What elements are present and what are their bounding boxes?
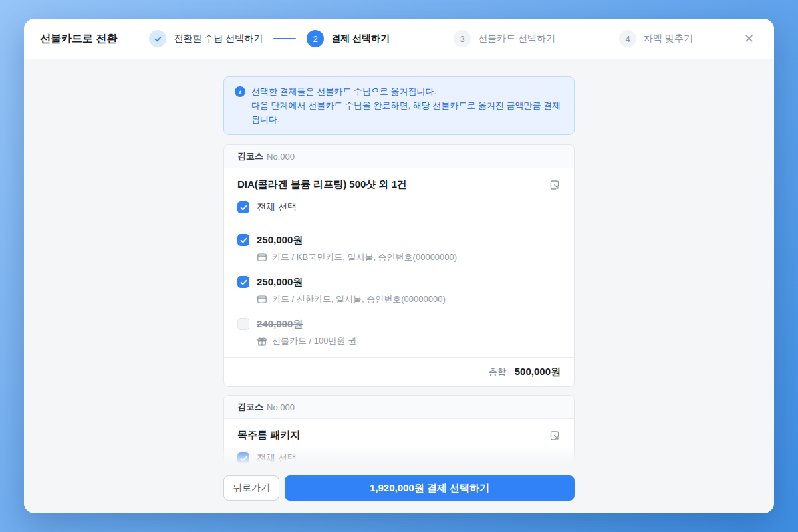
payment-method-text: 선불카드 / 100만원 권: [272, 335, 356, 347]
step-connector: [273, 38, 296, 39]
select-all-checkbox-checked[interactable]: [237, 201, 249, 213]
card-customer-header: 김코스 No.000: [224, 145, 574, 168]
modal-body: i 선택한 결제들은 선불카드 수납으로 옮겨집니다. 다음 단계에서 선불카드…: [24, 59, 774, 513]
customer-name: 김코스: [237, 150, 263, 162]
credit-card-icon: [257, 252, 267, 263]
submit-payment-button[interactable]: 1,920,000원 결제 선택하기: [285, 475, 575, 501]
prepaid-card-convert-modal: 선불카드로 전환 전환할 수납 선택하기2결제 선택하기3선불카드 선택하기4차…: [24, 19, 774, 513]
close-button[interactable]: ✕: [741, 30, 757, 47]
step-number: 2: [307, 30, 324, 47]
payment-list: 250,000원 카드 / KB국민카드, 일시불, 승인번호(00000000…: [224, 223, 574, 357]
step-connector: [566, 39, 608, 39]
gift-icon: [257, 336, 267, 346]
stepper-step-4: 4차액 맞추기: [619, 30, 693, 47]
product-row: 목주름 패키지: [224, 419, 574, 442]
customer-name: 김코스: [237, 401, 263, 413]
card-customer-header: 김코스 No.000: [224, 396, 574, 419]
total-amount: 500,000원: [515, 366, 561, 378]
open-receipt-icon[interactable]: [549, 179, 561, 191]
stepper-step-3: 3선불카드 선택하기: [454, 30, 555, 47]
payment-method-text: 카드 / 신한카드, 일시불, 승인번호(00000000): [272, 293, 446, 305]
payment-checkbox-checked[interactable]: [237, 276, 249, 288]
step-label: 결제 선택하기: [331, 33, 390, 45]
back-button[interactable]: 뒤로가기: [223, 475, 279, 501]
product-title: 목주름 패키지: [237, 429, 300, 442]
open-receipt-icon[interactable]: [549, 430, 561, 442]
payment-info: 250,000원 카드 / 신한카드, 일시불, 승인번호(00000000): [257, 275, 446, 305]
info-line-2: 다음 단계에서 선불카드 수납을 완료하면, 해당 선불카드로 옮겨진 금액만큼…: [251, 100, 561, 124]
info-line-1: 선택한 결제들은 선불카드 수납으로 옮겨집니다.: [251, 86, 436, 96]
payment-info: 250,000원 카드 / KB국민카드, 일시불, 승인번호(00000000…: [257, 233, 457, 263]
step-label: 전환할 수납 선택하기: [174, 33, 263, 45]
receipt-card: 김코스 No.000 목주름 패키지 전체 선택 790,000원: [223, 395, 575, 463]
info-banner: i 선택한 결제들은 선불카드 수납으로 옮겨집니다. 다음 단계에서 선불카드…: [223, 76, 575, 135]
product-title: DIA(콜라겐 볼륨 리프팅) 500샷 외 1건: [237, 178, 407, 191]
payment-checkbox-checked[interactable]: [237, 234, 249, 246]
select-all-row[interactable]: 전체 선택: [224, 442, 574, 463]
payment-amount: 250,000원: [257, 275, 446, 289]
customer-number: No.000: [267, 402, 295, 412]
credit-card-icon: [257, 294, 267, 305]
select-all-row[interactable]: 전체 선택: [224, 191, 574, 223]
customer-number: No.000: [267, 152, 295, 162]
receipt-card: 김코스 No.000 DIA(콜라겐 볼륨 리프팅) 500샷 외 1건 전체 …: [223, 144, 575, 387]
payment-amount: 240,000원: [257, 317, 356, 331]
payment-method-row: 카드 / KB국민카드, 일시불, 승인번호(00000000): [257, 251, 457, 263]
payment-method-text: 카드 / KB국민카드, 일시불, 승인번호(00000000): [272, 251, 457, 263]
info-icon: i: [235, 86, 245, 97]
step-label: 선불카드 선택하기: [478, 33, 555, 45]
payment-method-row: 카드 / 신한카드, 일시불, 승인번호(00000000): [257, 293, 446, 305]
step-label: 차액 맞추기: [644, 33, 693, 45]
info-banner-text: 선택한 결제들은 선불카드 수납으로 옮겨집니다. 다음 단계에서 선불카드 수…: [251, 85, 563, 126]
payment-item: 250,000원 카드 / 신한카드, 일시불, 승인번호(00000000): [224, 269, 574, 311]
select-all-checkbox-checked[interactable]: [237, 452, 249, 463]
modal-footer: 뒤로가기 1,920,000원 결제 선택하기: [24, 463, 774, 513]
stepper-step-1: 전환할 수납 선택하기: [149, 30, 263, 47]
payment-item: 250,000원 카드 / KB국민카드, 일시불, 승인번호(00000000…: [224, 227, 574, 269]
stepper: 전환할 수납 선택하기2결제 선택하기3선불카드 선택하기4차액 맞추기: [149, 30, 709, 47]
payment-amount: 250,000원: [257, 233, 457, 247]
modal-header: 선불카드로 전환 전환할 수납 선택하기2결제 선택하기3선불카드 선택하기4차…: [24, 19, 774, 59]
select-all-label: 전체 선택: [257, 201, 297, 213]
payment-item: 240,000원 선불카드 / 100만원 권: [224, 311, 574, 353]
stepper-step-2: 2결제 선택하기: [307, 30, 390, 47]
step-connector: [400, 39, 443, 39]
total-row: 총합 500,000원: [224, 357, 574, 386]
payment-checkbox-unchecked[interactable]: [237, 318, 249, 330]
payment-info: 240,000원 선불카드 / 100만원 권: [257, 317, 356, 347]
product-row: DIA(콜라겐 볼륨 리프팅) 500샷 외 1건: [224, 168, 574, 191]
modal-title: 선불카드로 전환: [40, 32, 117, 46]
step-check-icon: [149, 30, 166, 47]
total-label: 총합: [489, 366, 506, 378]
scroll-content[interactable]: i 선택한 결제들은 선불카드 수납으로 옮겨집니다. 다음 단계에서 선불카드…: [223, 59, 575, 463]
select-all-label: 전체 선택: [257, 452, 297, 463]
step-number: 4: [619, 30, 636, 47]
payment-method-row: 선불카드 / 100만원 권: [257, 335, 356, 347]
step-number: 3: [454, 30, 471, 47]
